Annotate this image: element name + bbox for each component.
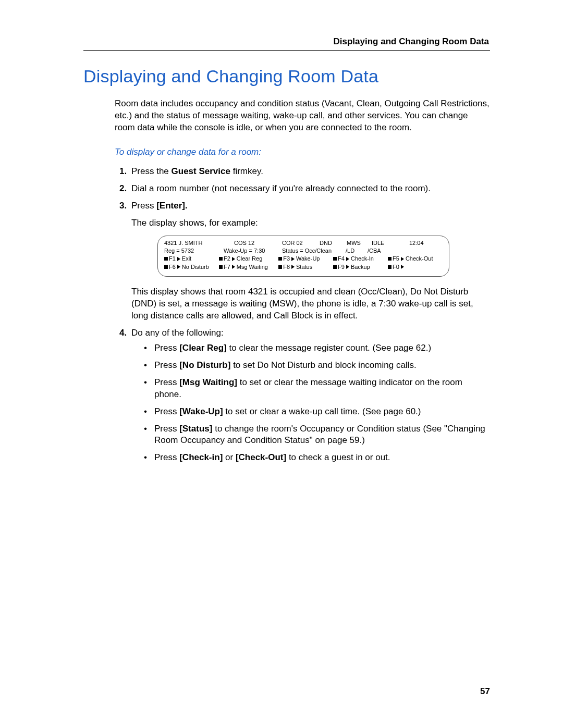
- play-icon: [401, 257, 404, 261]
- step-4-bullets: Press [Clear Reg] to clear the message r…: [131, 342, 490, 464]
- console-dnd: DND: [320, 239, 347, 247]
- running-header: Displaying and Changing Room Data: [83, 36, 490, 47]
- fkey-key: F1: [169, 255, 176, 263]
- console-screen: 4321 J. SMITH COS 12 COR 02 DND MWS IDLE…: [157, 236, 449, 277]
- b6b: [Check-in]: [179, 452, 223, 462]
- play-icon: [346, 257, 349, 261]
- console-mws: MWS: [347, 239, 372, 247]
- fkey-label: Status: [296, 263, 312, 271]
- b2c: to set Do Not Disturb and block incoming…: [230, 360, 416, 370]
- step-1-text-a: Press the: [131, 166, 172, 176]
- fkey-f2: F2Clear Reg: [219, 255, 278, 263]
- console-line-2: Reg = 5732 Wake-Up = 7:30 Status = Occ/C…: [164, 247, 443, 255]
- console-cba: /CBA: [368, 247, 387, 255]
- fkey-f4: F4Check-In: [333, 255, 388, 263]
- console-cor: COR 02: [282, 239, 320, 247]
- bullet-msg-waiting: Press [Msg Waiting] to set or clear the …: [144, 377, 490, 401]
- fkey-label: Wake-Up: [296, 255, 320, 263]
- fkey-label: Backup: [351, 263, 370, 271]
- fkey-label: Exit: [182, 255, 191, 263]
- intro-paragraph: Room data includes occupancy and conditi…: [115, 98, 490, 134]
- console-line-1: 4321 J. SMITH COS 12 COR 02 DND MWS IDLE…: [164, 239, 443, 247]
- bullet-status: Press [Status] to change the room's Occu…: [144, 423, 490, 447]
- play-icon: [177, 257, 180, 261]
- step-3-subtext: The display shows, for example:: [131, 217, 490, 229]
- fkey-key: F6: [169, 263, 176, 271]
- b6e: to check a guest in or out.: [286, 452, 390, 462]
- console-guest: 4321 J. SMITH: [164, 239, 234, 247]
- fkey-key: F7: [224, 263, 230, 271]
- stop-icon: [388, 257, 391, 261]
- fkey-key: F4: [338, 255, 345, 263]
- stop-icon: [164, 257, 168, 261]
- b6d: [Check-Out]: [236, 452, 286, 462]
- console-reg: Reg = 5732: [164, 247, 224, 255]
- b1c: to clear the message register count. (Se…: [227, 343, 431, 353]
- bullet-check-in-out: Press [Check-in] or [Check-Out] to check…: [144, 452, 490, 464]
- fkey-f0: F0: [388, 263, 443, 271]
- console-cos: COS 12: [234, 239, 282, 247]
- b2a: Press: [154, 360, 179, 370]
- fkey-key: F3: [283, 255, 290, 263]
- stop-icon: [219, 265, 223, 269]
- stop-icon: [333, 265, 337, 269]
- b3a: Press: [154, 377, 179, 387]
- fkey-label: No Disturb: [182, 263, 209, 271]
- fkey-label: Msg Waiting: [237, 263, 268, 271]
- fkey-key: F9: [338, 263, 345, 271]
- b5a: Press: [154, 424, 179, 434]
- b2b: [No Disturb]: [179, 360, 230, 370]
- console-fkeys-row2: F6No DisturbF7Msg WaitingF8StatusF9Backu…: [164, 263, 443, 271]
- step-1: Press the Guest Service firmkey.: [129, 166, 490, 178]
- step-4: Do any of the following: Press [Clear Re…: [129, 327, 490, 464]
- console-ld: /LD: [346, 247, 368, 255]
- b4c: to set or clear a wake-up call time. (Se…: [223, 406, 421, 416]
- b1b: [Clear Reg]: [179, 343, 227, 353]
- step-3-text-a: Press: [131, 201, 156, 211]
- fkey-f5: F5Check-Out: [388, 255, 443, 263]
- fkey-label: Check-In: [351, 255, 374, 263]
- step-2: Dial a room number (not necessary if you…: [129, 183, 490, 195]
- body-content: Room data includes occupancy and conditi…: [115, 98, 490, 464]
- fkey-key: F5: [393, 255, 399, 263]
- fkey-f7: F7Msg Waiting: [219, 263, 278, 271]
- b4a: Press: [154, 406, 179, 416]
- fkey-label: Clear Reg: [237, 255, 263, 263]
- play-icon: [177, 265, 180, 269]
- console-fkeys-row1: F1ExitF2Clear RegF3Wake-UpF4Check-InF5Ch…: [164, 255, 443, 263]
- stop-icon: [278, 257, 282, 261]
- play-icon: [291, 265, 295, 269]
- stop-icon: [219, 257, 223, 261]
- console-wake: Wake-Up = 7:30: [224, 247, 282, 255]
- step-3: Press [Enter]. The display shows, for ex…: [129, 200, 490, 322]
- console-idle: IDLE: [372, 239, 409, 247]
- steps-list: Press the Guest Service firmkey. Dial a …: [115, 166, 490, 464]
- step-3-enter: [Enter].: [156, 201, 188, 211]
- b3b: [Msg Waiting]: [179, 377, 237, 387]
- b6a: Press: [154, 452, 179, 462]
- console-status: Status = Occ/Clean: [282, 247, 346, 255]
- stop-icon: [388, 265, 391, 269]
- procedure-subhead: To display or change data for a room:: [115, 146, 490, 158]
- fkey-key: F8: [283, 263, 290, 271]
- b5b: [Status]: [179, 424, 212, 434]
- play-icon: [291, 257, 295, 261]
- fkey-f8: F8Status: [278, 263, 333, 271]
- fkey-f6: F6No Disturb: [164, 263, 219, 271]
- step-4-text: Do any of the following:: [131, 328, 224, 338]
- step-3-after: This display shows that room 4321 is occ…: [131, 286, 490, 322]
- stop-icon: [278, 265, 282, 269]
- b1a: Press: [154, 343, 179, 353]
- play-icon: [232, 265, 235, 269]
- page-title: Displaying and Changing Room Data: [83, 66, 490, 87]
- header-rule: [83, 50, 490, 51]
- fkey-key: F0: [393, 263, 399, 271]
- play-icon: [346, 265, 349, 269]
- step-1-firmkey: Guest Service: [172, 166, 230, 176]
- stop-icon: [164, 265, 168, 269]
- fkey-f1: F1Exit: [164, 255, 219, 263]
- b6c: or: [223, 452, 236, 462]
- play-icon: [232, 257, 235, 261]
- stop-icon: [333, 257, 337, 261]
- bullet-clear-reg: Press [Clear Reg] to clear the message r…: [144, 342, 490, 354]
